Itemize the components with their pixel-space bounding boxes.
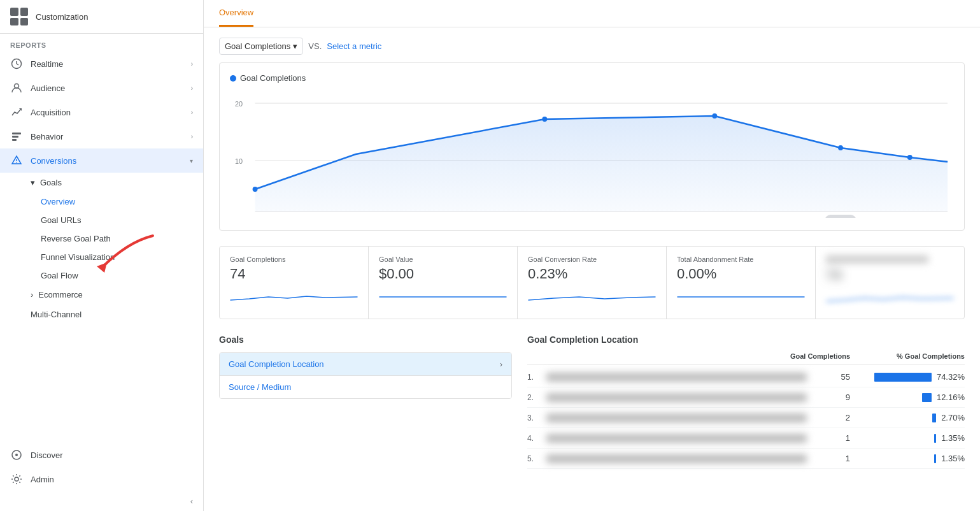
sidebar-item-behavior[interactable]: Behavior › [0, 124, 203, 148]
sidebar-item-overview[interactable]: Overview [0, 192, 203, 211]
sidebar-item-discover[interactable]: Discover [0, 443, 203, 467]
sparkline-value [379, 287, 507, 306]
acquisition-icon [10, 106, 23, 119]
svg-point-12 [15, 454, 18, 456]
completion-row-5: 5. 1 1.35% [527, 449, 965, 469]
row-4-count: 1 [812, 433, 850, 443]
chart-point-start [253, 187, 258, 192]
row-4-bar-pct: 1.35% [850, 433, 965, 443]
goals-label: Goals [40, 178, 62, 187]
goals-row-completion-location[interactable]: Goal Completion Location › [220, 353, 511, 376]
reverse-goal-path-label: Reverse Goal Path [41, 234, 111, 243]
audience-icon [10, 82, 23, 94]
goals-row-source-medium[interactable]: Source / Medium [220, 376, 511, 398]
blurred-value: 74 [826, 267, 954, 284]
sidebar-item-goal-urls[interactable]: Goal URLs [0, 211, 203, 229]
svg-point-13 [15, 477, 18, 481]
sidebar-item-ecommerce[interactable]: › Ecommerce [0, 285, 203, 305]
metric-dropdown[interactable]: Goal Completions ▾ [219, 38, 303, 55]
row-5-bar [934, 454, 936, 463]
discover-label: Discover [31, 450, 63, 460]
customization-item[interactable]: Customization [0, 0, 203, 34]
sidebar-item-audience[interactable]: Audience › [0, 76, 203, 100]
audience-chevron: › [191, 85, 193, 92]
sidebar-item-reverse-goal-path[interactable]: Reverse Goal Path [0, 229, 203, 248]
row-1-count: 55 [812, 372, 850, 382]
svg-text:20: 20 [235, 100, 243, 108]
sidebar-item-conversions[interactable]: Conversions ▾ [0, 148, 203, 173]
row-1-num: 1. [527, 373, 546, 382]
line-chart-container: Goal Completions 20 10 [219, 62, 965, 231]
goals-left-panel: Goals Goal Completion Location › Source … [219, 335, 512, 469]
row-3-count: 2 [812, 413, 850, 422]
sidebar-item-funnel-viz[interactable]: Funnel Visualization [0, 248, 203, 266]
legend-dot [230, 75, 236, 82]
conversion-rate-value: 0.23% [528, 266, 656, 282]
goals-section-title: Goals [219, 335, 512, 345]
svg-rect-7 [12, 139, 17, 141]
col-completions-header: Goal Completions [786, 352, 850, 360]
row-3-bar [932, 414, 936, 422]
row-2-num: 2. [527, 393, 546, 402]
customization-label: Customization [36, 12, 88, 22]
realtime-chevron: › [191, 61, 193, 68]
sidebar-item-goals[interactable]: ▾ Goals [0, 173, 203, 192]
svg-rect-5 [12, 133, 21, 134]
row-2-bar [922, 393, 932, 402]
abandonment-rate-value: 0.00% [677, 266, 805, 282]
ecommerce-chevron: › [31, 290, 33, 299]
row-5-pct: 1.35% [941, 454, 965, 463]
chart-point-aug10 [712, 113, 717, 119]
tab-bar: Overview [204, 0, 980, 27]
metric-cards: Goal Completions 74 Goal Value $0.00 Goa… [219, 246, 965, 319]
goals-chevron-icon: ▾ [31, 178, 35, 187]
goal-flow-label: Goal Flow [41, 271, 78, 280]
row-4-label [546, 434, 807, 443]
metric-card-blurred: 74 [816, 247, 964, 319]
sidebar-item-realtime[interactable]: Realtime › [0, 52, 203, 76]
completion-location-arrow: › [500, 360, 502, 369]
row-4-bar [934, 434, 936, 443]
chart-point-aug12 [907, 155, 913, 160]
row-1-pct: 74.32% [937, 372, 965, 382]
tab-overview[interactable]: Overview [219, 0, 253, 27]
goal-completions-label: Goal Completions [230, 256, 358, 263]
sparkline-completions [230, 287, 358, 306]
source-medium-row-text: Source / Medium [229, 382, 502, 392]
chart-svg-wrapper: 20 10 [230, 90, 954, 220]
col-pct-header: % Goal Completions [850, 352, 965, 360]
sidebar-item-goal-flow[interactable]: Goal Flow [0, 266, 203, 285]
sidebar-item-multi-channel[interactable]: Multi-Channel [0, 305, 203, 324]
svg-text:▾: ▾ [839, 217, 842, 218]
behavior-icon [10, 130, 23, 143]
blurred-label [826, 256, 928, 263]
abandonment-rate-label: Total Abandonment Rate [677, 256, 805, 263]
multi-channel-label: Multi-Channel [31, 310, 82, 319]
row-4-pct: 1.35% [941, 433, 965, 443]
svg-marker-19 [255, 116, 948, 212]
sidebar-collapse-button[interactable]: ‹ [0, 491, 203, 511]
audience-label: Audience [31, 83, 65, 93]
row-2-bar-pct: 12.16% [850, 392, 965, 402]
clock-icon [10, 57, 23, 70]
realtime-label: Realtime [31, 59, 63, 69]
completion-row-4: 4. 1 1.35% [527, 428, 965, 449]
sidebar: Customization REPORTS Realtime › Audienc… [0, 0, 204, 511]
conversions-chevron: ▾ [190, 157, 193, 164]
sidebar-item-admin[interactable]: Admin [0, 467, 203, 491]
content-area: Goal Completions ▾ VS. Select a metric G… [204, 27, 980, 479]
metric-card-goal-completions: Goal Completions 74 [220, 247, 369, 319]
goal-value-value: $0.00 [379, 266, 507, 282]
line-chart-svg: 20 10 [230, 90, 954, 218]
select-metric-link[interactable]: Select a metric [327, 41, 381, 51]
goals-submenu: ▾ Goals Overview Goal URLs Reverse Goal … [0, 173, 203, 285]
funnel-viz-label: Funnel Visualization [41, 252, 115, 262]
sidebar-item-acquisition[interactable]: Acquisition › [0, 100, 203, 124]
acquisition-chevron: › [191, 109, 193, 116]
row-2-pct: 12.16% [937, 392, 965, 402]
chart-legend: Goal Completions [230, 73, 954, 83]
metric-card-goal-value: Goal Value $0.00 [369, 247, 518, 319]
row-3-num: 3. [527, 414, 546, 422]
completion-row-2: 2. 9 12.16% [527, 387, 965, 408]
metric-card-abandonment-rate: Total Abandonment Rate 0.00% [667, 247, 816, 319]
